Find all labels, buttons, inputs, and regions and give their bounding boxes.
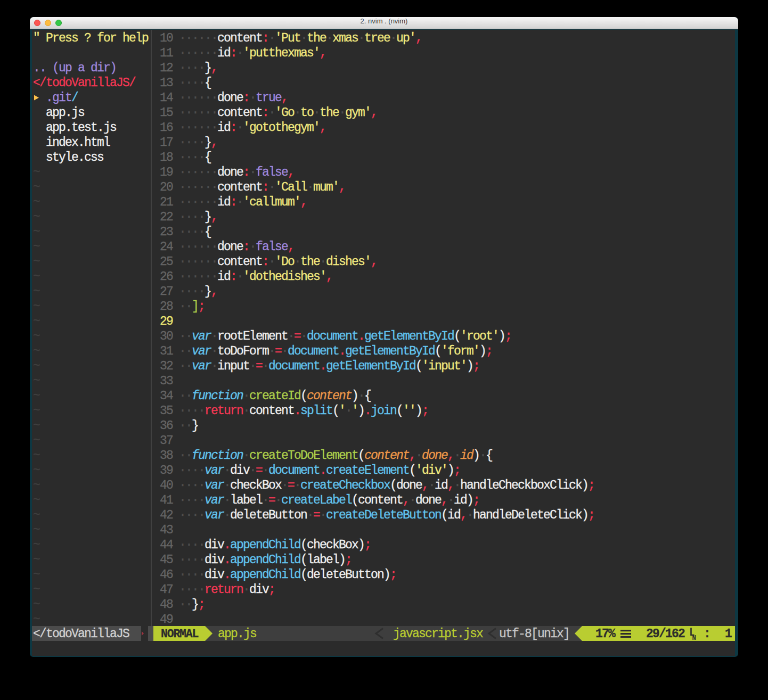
svg-text:N: N [692,635,696,641]
